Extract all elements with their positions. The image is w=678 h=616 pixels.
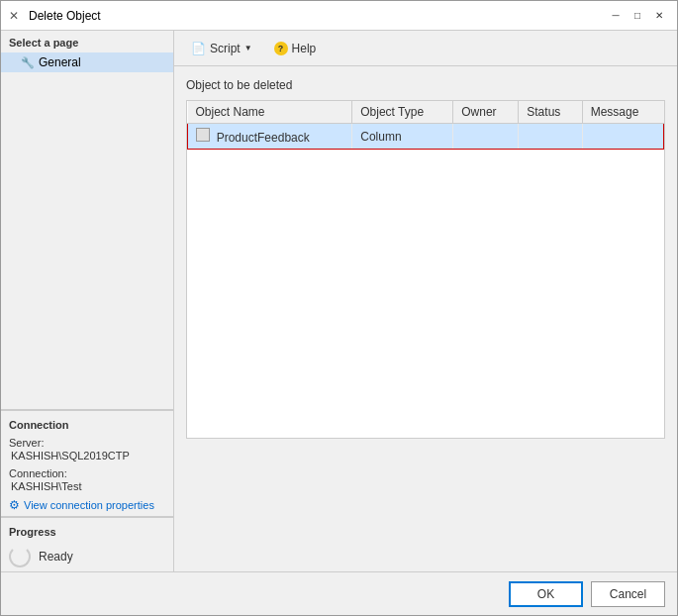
progress-spinner [9,546,31,567]
sidebar-item-general[interactable]: 🔧 General [1,52,173,72]
view-connection-link[interactable]: ⚙ View connection properties [9,498,165,512]
connection-label: Connection: [9,467,165,479]
toolbar: 📄 Script ▼ ? Help [174,31,677,66]
row-icon [196,128,210,142]
select-page-label: Select a page [1,31,173,52]
cell-status [519,124,582,150]
col-owner: Owner [453,101,519,124]
main-content: 📄 Script ▼ ? Help Object to be deleted [174,31,677,571]
sidebar: Select a page 🔧 General Connection Serve… [1,31,174,571]
progress-row: Ready [9,546,165,567]
help-icon: ? [274,42,288,55]
server-value: KASHISH\SQL2019CTP [9,450,165,462]
col-message: Message [582,101,663,124]
table-body: ProductFeedback Column [188,124,664,150]
general-label: General [39,55,81,69]
title-bar: ✕ Delete Object ─ □ ✕ [1,1,677,31]
cell-object-type: Column [352,124,453,150]
script-button[interactable]: 📄 Script ▼ [182,38,261,59]
minimize-button[interactable]: ─ [606,7,626,25]
object-table-wrapper: Object Name Object Type Owner Status Mes… [186,100,665,439]
dialog-title: Delete Object [29,9,101,23]
delete-object-dialog: ✕ Delete Object ─ □ ✕ Select a page 🔧 Ge… [0,0,678,616]
cell-message [582,124,663,150]
help-label: Help [292,42,317,55]
ok-button[interactable]: OK [509,581,583,607]
ready-text: Ready [39,550,73,564]
cancel-button[interactable]: Cancel [591,581,665,607]
progress-title: Progress [9,526,165,538]
sidebar-spacer [1,72,173,409]
object-table: Object Name Object Type Owner Status Mes… [187,101,664,150]
script-label: Script [210,42,241,55]
help-button[interactable]: ? Help [265,38,326,59]
content-panel: Object to be deleted Object Name Object … [174,66,677,571]
script-icon: 📄 [191,42,206,55]
maximize-button[interactable]: □ [628,7,647,25]
cell-owner [453,124,519,150]
table-header: Object Name Object Type Owner Status Mes… [188,101,664,124]
connection-value: KASHISH\Test [9,480,165,492]
content-area[interactable]: Object Name Object Type Owner Status Mes… [187,101,664,438]
connection-icon: ⚙ [9,498,20,512]
cell-object-name: ProductFeedback [188,124,352,150]
title-bar-controls: ─ □ ✕ [606,7,669,25]
sidebar-connection: Connection Server: KASHISH\SQL2019CTP Co… [1,409,173,516]
view-connection-label: View connection properties [24,499,154,511]
script-dropdown-icon: ▼ [244,44,252,52]
table-row[interactable]: ProductFeedback Column [188,124,664,150]
title-bar-left: ✕ Delete Object [9,9,101,23]
close-button[interactable]: ✕ [649,7,669,25]
header-row: Object Name Object Type Owner Status Mes… [188,101,664,124]
col-object-name: Object Name [188,101,352,124]
dialog-icon: ✕ [9,9,23,23]
wrench-icon: 🔧 [21,56,35,69]
connection-title: Connection [9,419,165,431]
sidebar-progress: Progress Ready [1,516,173,571]
col-object-type: Object Type [352,101,453,124]
server-label: Server: [9,437,165,449]
section-label: Object to be deleted [186,78,665,92]
footer: OK Cancel [1,571,677,615]
dialog-body: Select a page 🔧 General Connection Serve… [1,31,677,571]
col-status: Status [519,101,582,124]
